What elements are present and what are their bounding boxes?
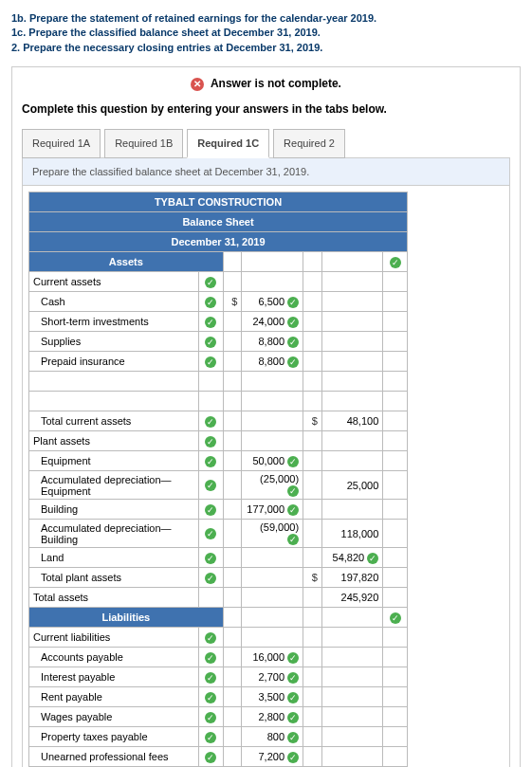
- row-equipment[interactable]: Equipment: [29, 451, 199, 471]
- val-land[interactable]: 54,820: [333, 552, 365, 563]
- check-icon: ✓: [205, 553, 216, 564]
- instr-1b: 1b. Prepare the statement of retained ea…: [11, 12, 376, 24]
- val-building[interactable]: 177,000: [247, 503, 284, 515]
- tab-prompt: Prepare the classified balance sheet at …: [23, 158, 509, 186]
- section-liabilities: Liabilities: [29, 608, 224, 628]
- check-icon: ✓: [390, 257, 401, 268]
- tab-required-1b[interactable]: Required 1B: [104, 129, 183, 158]
- check-icon: ✓: [287, 692, 299, 703]
- row-blank[interactable]: [29, 372, 199, 392]
- balance-sheet-table: TYBALT CONSTRUCTION Balance Sheet Decemb…: [28, 192, 408, 767]
- check-icon: ✓: [287, 337, 299, 348]
- check-icon: ✓: [287, 297, 299, 308]
- val-rp[interactable]: 3,500: [259, 691, 285, 703]
- val-bldg-net: 118,000: [321, 520, 383, 548]
- check-icon: ✓: [205, 712, 216, 723]
- row-wages-payable[interactable]: Wages payable: [29, 707, 199, 727]
- row-acc-dep-bldg[interactable]: Accumulated depreciation—Building: [29, 520, 199, 548]
- check-icon: ✓: [205, 416, 216, 428]
- tab-content: Prepare the classified balance sheet at …: [22, 157, 510, 767]
- row-building[interactable]: Building: [29, 500, 199, 520]
- check-icon: ✓: [205, 277, 216, 288]
- val-ip[interactable]: 2,700: [259, 671, 285, 683]
- row-cash[interactable]: Cash: [29, 292, 199, 312]
- check-icon: ✓: [287, 317, 299, 328]
- check-icon: ✓: [205, 573, 216, 584]
- row-unearned-fees[interactable]: Unearned professional fees: [29, 747, 199, 767]
- check-icon: ✓: [205, 317, 216, 328]
- row-current-liab[interactable]: Current liabilities: [29, 628, 199, 648]
- check-icon: ✓: [287, 712, 299, 723]
- dollar-sign: $: [303, 568, 322, 588]
- check-icon: ✓: [287, 732, 299, 743]
- row-total-current-assets[interactable]: Total current assets: [29, 411, 199, 431]
- row-sti[interactable]: Short-term investments: [29, 312, 199, 332]
- check-icon: ✓: [205, 356, 216, 368]
- val-acc-dep-equip[interactable]: (25,000): [260, 473, 299, 484]
- check-icon: ✓: [367, 553, 378, 564]
- top-instructions: 1b. Prepare the statement of retained ea…: [11, 11, 521, 55]
- check-icon: ✓: [205, 732, 216, 743]
- check-icon: ✓: [205, 632, 216, 644]
- check-icon: ✓: [287, 456, 299, 467]
- val-tpa: 197,820: [321, 568, 383, 588]
- val-supplies[interactable]: 8,800: [259, 336, 285, 347]
- val-ap[interactable]: 16,000: [252, 651, 284, 663]
- check-icon: ✓: [287, 534, 299, 545]
- status-not-complete: ✕ Answer is not complete.: [22, 77, 510, 91]
- row-plant-assets[interactable]: Plant assets: [29, 431, 199, 451]
- section-assets: Assets: [29, 252, 224, 272]
- check-icon: ✓: [287, 485, 299, 497]
- check-icon: ✓: [287, 504, 299, 516]
- row-total-plant[interactable]: Total plant assets: [29, 568, 199, 588]
- check-icon: ✓: [205, 672, 216, 684]
- val-ptp[interactable]: 800: [267, 731, 284, 742]
- check-icon: ✓: [287, 672, 299, 684]
- dollar-sign: $: [303, 411, 322, 431]
- check-icon: ✓: [205, 652, 216, 664]
- instr-1c: 1c. Prepare the classified balance sheet…: [11, 27, 321, 38]
- row-blank[interactable]: [29, 392, 199, 411]
- sheet-company: TYBALT CONSTRUCTION: [29, 192, 408, 212]
- val-wp[interactable]: 2,800: [259, 711, 285, 722]
- check-icon: ✓: [205, 456, 216, 467]
- row-land[interactable]: Land: [29, 548, 199, 568]
- tab-required-1a[interactable]: Required 1A: [22, 129, 101, 158]
- row-rent-payable[interactable]: Rent payable: [29, 687, 199, 707]
- check-icon: ✓: [205, 528, 216, 539]
- val-tca: 48,100: [321, 411, 383, 431]
- check-icon: ✓: [390, 612, 401, 624]
- row-acc-dep-equip[interactable]: Accumulated depreciation—Equipment: [29, 471, 199, 500]
- val-acc-dep-bldg[interactable]: (59,000): [260, 521, 299, 533]
- row-accounts-payable[interactable]: Accounts payable: [29, 648, 199, 667]
- row-prepaid-ins[interactable]: Prepaid insurance: [29, 352, 199, 372]
- check-icon: ✓: [205, 337, 216, 348]
- row-total-assets[interactable]: Total assets: [29, 588, 199, 608]
- row-property-tax-payable[interactable]: Property taxes payable: [29, 727, 199, 747]
- check-icon: ✓: [205, 692, 216, 703]
- check-icon: ✓: [287, 356, 299, 368]
- val-upf[interactable]: 7,200: [259, 751, 285, 762]
- sheet-date: December 31, 2019: [29, 232, 408, 252]
- row-supplies[interactable]: Supplies: [29, 332, 199, 352]
- tab-required-2[interactable]: Required 2: [273, 129, 345, 158]
- val-cash[interactable]: 6,500: [259, 296, 285, 307]
- val-prepaid-ins[interactable]: 8,800: [259, 356, 285, 367]
- check-icon: ✓: [205, 297, 216, 308]
- tab-bar: Required 1A Required 1B Required 1C Requ…: [22, 129, 510, 158]
- instr-2: 2. Prepare the necessary closing entries…: [11, 42, 322, 53]
- complete-prompt: Complete this question by entering your …: [22, 102, 510, 116]
- row-interest-payable[interactable]: Interest payable: [29, 667, 199, 687]
- status-text: Answer is not complete.: [211, 77, 341, 90]
- check-icon: ✓: [287, 752, 299, 763]
- row-current-assets[interactable]: Current assets: [29, 272, 199, 292]
- tab-required-1c[interactable]: Required 1C: [187, 129, 269, 158]
- check-icon: ✓: [205, 480, 216, 491]
- check-icon: ✓: [205, 752, 216, 763]
- sheet-title: Balance Sheet: [29, 212, 408, 232]
- val-ta: 245,920: [321, 588, 383, 608]
- val-equip-net: 25,000: [321, 471, 383, 500]
- val-sti[interactable]: 24,000: [252, 316, 284, 327]
- val-equipment[interactable]: 50,000: [252, 455, 284, 466]
- check-icon: ✓: [287, 652, 299, 664]
